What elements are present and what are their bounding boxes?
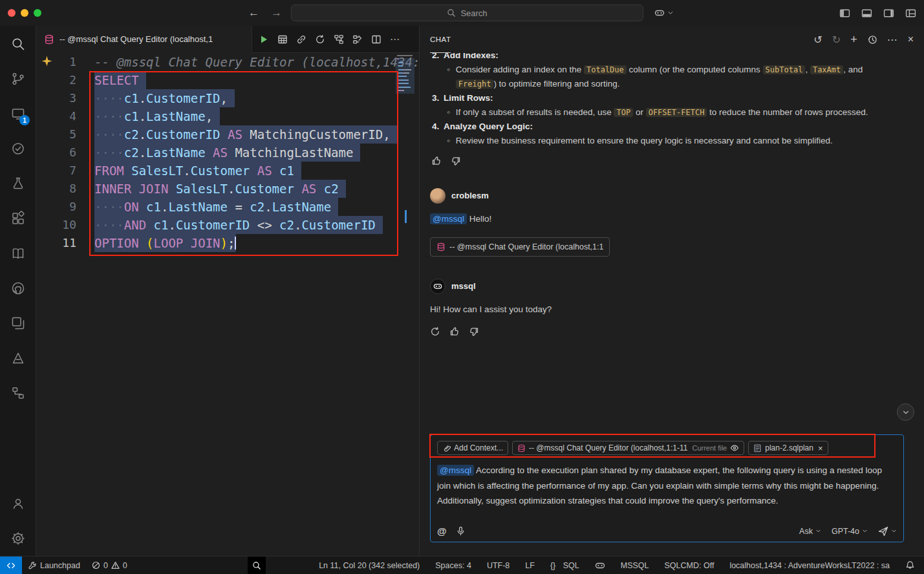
sidebar-item-notebooks[interactable] (0, 236, 36, 271)
thumbs-down-icon[interactable] (451, 156, 461, 166)
context-chip-query-editor[interactable]: -- @mssql Chat Query Editor (localhost,1… (512, 441, 744, 455)
sidebar-item-extensions[interactable] (0, 201, 36, 236)
layout-customize-icon[interactable] (905, 8, 916, 19)
chat-messages[interactable]: 2.Add Indexes:◦Consider adding an index … (420, 53, 924, 407)
minimize-window-button[interactable] (21, 9, 28, 17)
extensions-icon (10, 211, 26, 226)
code-editor[interactable]: 1-- @mssql Chat Query Editor (localhost,… (36, 53, 419, 556)
chat-input-controls: @ Ask GPT-4o (437, 526, 897, 537)
redo-icon[interactable]: ↻ (832, 34, 841, 46)
sidebar-item-database-projects[interactable] (0, 376, 36, 410)
remove-chip-icon[interactable]: × (818, 443, 823, 453)
search-icon (447, 8, 456, 17)
tab-chat[interactable]: CHAT (430, 26, 451, 53)
message-attachment-pill[interactable]: -- @mssql Chat Query Editor (localhost,1… (430, 237, 610, 257)
back-arrow-icon[interactable]: ← (248, 6, 259, 19)
connection-icon[interactable] (296, 34, 306, 45)
connection-status[interactable]: localhost,1434 : AdventureWorksLT2022 : … (729, 561, 890, 570)
zoom-indicator[interactable] (248, 557, 266, 574)
undo-icon[interactable]: ↺ (813, 34, 822, 46)
results-grid-icon[interactable] (277, 34, 288, 45)
eye-icon[interactable] (730, 444, 739, 452)
code-line[interactable]: 6····c2.LastName AS MatchingLastName (36, 144, 419, 162)
regenerate-icon[interactable] (430, 326, 440, 337)
code-line[interactable]: 2SELECT (36, 71, 419, 89)
line-col-indicator[interactable]: Ln 11, Col 20 (342 selected) (319, 561, 420, 570)
language-indicator[interactable]: SQL (563, 561, 579, 570)
copilot-icon (654, 8, 665, 18)
sqlcmd-status[interactable]: SQLCMD: Off (665, 561, 714, 570)
zoom-window-button[interactable] (34, 9, 41, 17)
history-icon[interactable] (867, 34, 877, 45)
context-chip-sqlplan[interactable]: plan-2.sqlplan × (748, 441, 828, 455)
sidebar-item-accounts[interactable] (0, 486, 36, 521)
close-icon[interactable]: × (908, 34, 914, 45)
mode-selector[interactable]: Ask (799, 527, 821, 536)
notifications-bell-icon[interactable] (905, 560, 915, 570)
run-query-button[interactable] (259, 34, 269, 45)
code-line[interactable]: 3····c1.CustomerID, (36, 89, 419, 107)
split-editor-icon[interactable] (371, 34, 381, 45)
mssql-status[interactable]: MSSQL (621, 561, 649, 570)
mention-chip: @mssql (430, 213, 467, 224)
code-line[interactable]: 11OPTION (LOOP JOIN); (36, 234, 419, 252)
book-icon (10, 246, 26, 261)
sidebar-item-settings[interactable] (0, 521, 36, 556)
mention-icon[interactable]: @ (437, 526, 447, 537)
encoding-indicator[interactable]: UTF-8 (487, 561, 510, 570)
send-button[interactable] (878, 526, 897, 537)
sidebar-item-azure[interactable] (0, 341, 36, 376)
editor-more-actions-icon[interactable]: ⋯ (390, 34, 400, 45)
sidebar-item-experiments[interactable] (0, 166, 36, 201)
thumbs-up-icon[interactable] (449, 326, 460, 337)
eol-indicator[interactable]: LF (525, 561, 535, 570)
line-number: 8 (36, 180, 94, 198)
change-connection-icon[interactable] (315, 34, 325, 45)
code-line[interactable]: 1-- @mssql Chat Query Editor (localhost,… (36, 53, 419, 71)
code-line[interactable]: 8INNER JOIN SalesLT.Customer AS c2 (36, 180, 419, 198)
user-message-text: @mssql Hello! (430, 212, 914, 226)
microphone-icon[interactable] (456, 526, 466, 536)
more-actions-icon[interactable]: ⋯ (887, 34, 898, 46)
code-line[interactable]: 5····c2.CustomerID AS MatchingCustomerID… (36, 125, 419, 144)
copilot-status-icon[interactable] (595, 560, 605, 571)
remote-indicator[interactable] (0, 557, 22, 574)
problems-status[interactable]: 0 0 (86, 557, 133, 574)
new-chat-icon[interactable]: + (850, 33, 857, 47)
model-selector[interactable]: GPT-4o (832, 527, 868, 536)
model-label: GPT-4o (832, 527, 859, 536)
minimap[interactable] (397, 55, 414, 93)
estimated-plan-icon[interactable] (334, 34, 344, 45)
command-center-search[interactable]: Search (291, 5, 643, 21)
editor-tab[interactable]: -- @mssql Chat Query Editor (localhost,1 (36, 26, 252, 53)
forward-arrow-icon[interactable]: → (271, 6, 282, 19)
text-cursor (235, 237, 236, 250)
close-window-button[interactable] (8, 9, 16, 17)
sidebar-item-testing[interactable] (0, 131, 36, 166)
chat-input-text[interactable]: @mssql According to the execution plan s… (437, 463, 894, 509)
sidebar-item-source-control[interactable] (0, 61, 36, 96)
layout-sidebar-right-icon[interactable] (883, 8, 894, 19)
add-context-button[interactable]: Add Context... (437, 441, 508, 455)
chat-header: CHAT ↺ ↻ + ⋯ × (420, 26, 924, 53)
layout-panel-icon[interactable] (861, 8, 872, 19)
code-line[interactable]: 4····c1.LastName, (36, 107, 419, 125)
sidebar-item-search[interactable] (0, 27, 36, 61)
context-chip-suffix: Current file (692, 444, 727, 452)
launchpad-status[interactable]: Launchpad (22, 557, 86, 574)
code-line[interactable]: 9····ON c1.LastName = c2.LastName (36, 198, 419, 216)
actual-plan-icon[interactable] (352, 34, 363, 45)
sidebar-item-windows[interactable] (0, 306, 36, 341)
sidebar-item-remote-explorer[interactable]: 1 (0, 96, 36, 131)
thumbs-up-icon[interactable] (431, 156, 442, 166)
sidebar-item-github[interactable] (0, 271, 36, 306)
indent-indicator[interactable]: Spaces: 4 (435, 561, 471, 570)
scroll-to-bottom-button[interactable] (897, 403, 914, 421)
copilot-menu-button[interactable] (654, 0, 674, 26)
layout-sidebar-left-icon[interactable] (839, 8, 850, 19)
line-number: 3 (36, 89, 94, 107)
code-line[interactable]: 10····AND c1.CustomerID <> c2.CustomerID (36, 216, 419, 234)
chat-input-box[interactable]: Add Context... -- @mssql Chat Query Edit… (430, 434, 904, 542)
code-line[interactable]: 7FROM SalesLT.Customer AS c1 (36, 162, 419, 180)
thumbs-down-icon[interactable] (469, 326, 479, 337)
